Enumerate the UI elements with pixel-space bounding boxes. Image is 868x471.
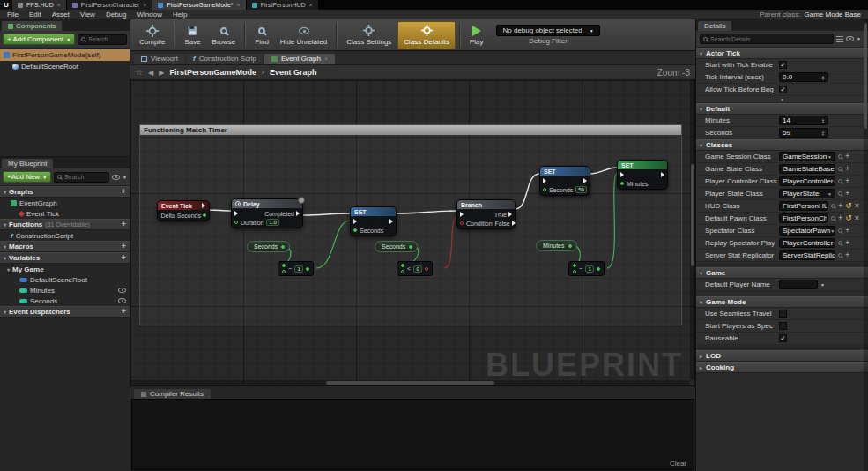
breadcrumb-root[interactable]: FirstPersonGameMode <box>169 68 256 77</box>
node-event-tick[interactable]: Event Tick Delta Seconds <box>157 200 210 221</box>
exec-out-pin[interactable] <box>583 178 587 183</box>
int-in-pin[interactable] <box>401 264 404 267</box>
section-functions[interactable]: ▾ Functions (31 Overridable) + <box>0 219 130 230</box>
int-out-pin[interactable] <box>409 245 412 249</box>
list-options-icon[interactable] <box>836 36 843 42</box>
tab-viewport[interactable]: Viewport <box>134 54 185 64</box>
details-search-input[interactable] <box>710 36 830 42</box>
variable-item-minutes[interactable]: Minutes <box>0 285 130 295</box>
int-in-pin[interactable] <box>620 182 624 185</box>
class-dropdown[interactable]: PlayerState▼ <box>779 189 835 198</box>
nav-forward-icon[interactable]: ▶ <box>159 69 164 77</box>
window-tab-fps-hud[interactable]: FPS.HUD × <box>12 0 67 10</box>
visibility-eye-icon[interactable] <box>118 298 126 303</box>
int-out-pin[interactable] <box>306 267 309 271</box>
browse-icon[interactable] <box>838 179 842 183</box>
section-cooking[interactable]: ▸ Cooking <box>696 362 868 373</box>
int-in-pin[interactable] <box>353 228 357 232</box>
tab-construction-script[interactable]: f Construction Scrip <box>186 54 263 64</box>
menu-edit[interactable]: Edit <box>24 11 47 19</box>
menu-debug[interactable]: Debug <box>100 11 132 19</box>
add-icon[interactable]: + <box>122 221 126 228</box>
clear-icon[interactable]: × <box>855 214 859 222</box>
exec-in-pin[interactable] <box>620 172 624 177</box>
bool-out-pin[interactable] <box>425 267 428 271</box>
exec-out-pin[interactable] <box>202 203 205 208</box>
spinner-icon[interactable]: ▲▼ <box>821 131 825 136</box>
menu-asset[interactable]: Asset <box>47 11 75 19</box>
graph-item-eventgraph[interactable]: EventGraph <box>0 198 130 208</box>
tab-my-blueprint[interactable]: My Blueprint <box>2 159 53 168</box>
menu-view[interactable]: View <box>75 11 100 19</box>
reset-to-default-icon[interactable]: ↺ <box>845 202 852 210</box>
spinner-icon[interactable]: ▲▼ <box>821 75 825 80</box>
menu-help[interactable]: Help <box>167 11 192 19</box>
graph-horizontal-scrollbar[interactable] <box>130 380 690 385</box>
bool-in-pin[interactable] <box>460 221 464 225</box>
find-button[interactable]: Find <box>249 21 274 49</box>
section-macros[interactable]: ▾ Macros + <box>0 241 130 252</box>
comment-title[interactable]: Functioning Match Timer <box>140 125 681 135</box>
clear-icon[interactable]: × <box>855 202 859 210</box>
tab-event-graph[interactable]: Event Graph × <box>264 54 335 64</box>
tab-compiler-results[interactable]: Compiler Results <box>134 389 211 399</box>
operand-field[interactable]: 1 <box>294 265 303 273</box>
add-icon[interactable]: + <box>845 239 849 247</box>
exec-out-pin[interactable] <box>296 211 300 216</box>
view-options-icon[interactable] <box>112 175 120 180</box>
section-variables[interactable]: ▾ Variables + <box>0 252 130 264</box>
operand-field[interactable]: 1 <box>585 265 594 273</box>
section-game-mode[interactable]: ▾ Game Mode <box>696 296 868 308</box>
doc-tab-firstpersonhud[interactable]: FirstPersonHUD × <box>247 0 319 10</box>
text-field[interactable] <box>779 280 818 289</box>
debug-object-dropdown[interactable]: No debug object selected ▼ <box>496 25 599 36</box>
close-icon[interactable]: × <box>237 2 241 8</box>
close-icon[interactable]: × <box>309 2 313 8</box>
int-in-pin[interactable] <box>543 188 546 191</box>
close-icon[interactable]: × <box>143 2 146 8</box>
duration-value-field[interactable]: 1.0 <box>266 219 278 226</box>
exec-out-pin[interactable] <box>508 212 512 217</box>
float-out-pin[interactable] <box>203 213 206 217</box>
node-set-minutes[interactable]: SET Minutes <box>617 160 668 190</box>
add-icon[interactable]: + <box>845 190 849 198</box>
value-field[interactable]: 59 <box>575 186 587 193</box>
exec-in-pin[interactable] <box>460 212 464 217</box>
add-icon[interactable]: + <box>122 243 126 250</box>
int-in-pin[interactable] <box>282 264 286 267</box>
number-field[interactable]: 59 ▲▼ <box>779 128 828 138</box>
visibility-eye-icon[interactable] <box>118 288 126 293</box>
section-lod[interactable]: ▸ LOD <box>696 350 868 362</box>
class-dropdown[interactable]: SpectatorPawn▼ <box>779 226 835 236</box>
tab-components[interactable]: Components <box>2 21 62 31</box>
chevron-down-icon[interactable]: ▼ <box>820 282 825 288</box>
browse-button[interactable]: Browse <box>207 21 241 49</box>
component-row-defaultsceneroot[interactable]: DefaultSceneRoot <box>0 61 130 72</box>
float-in-pin[interactable] <box>234 221 238 224</box>
breadcrumb-current[interactable]: Event Graph <box>270 68 317 77</box>
exec-out-pin[interactable] <box>389 219 393 224</box>
add-icon[interactable]: + <box>122 188 126 196</box>
int-in-pin[interactable] <box>401 270 404 273</box>
clear-button[interactable]: Clear <box>670 460 686 467</box>
comment-box[interactable]: Functioning Match Timer <box>139 124 682 325</box>
checkbox[interactable] <box>779 310 787 318</box>
menu-window[interactable]: Window <box>131 11 167 19</box>
node-delay[interactable]: Delay Completed Duration <box>231 198 303 228</box>
exec-in-pin[interactable] <box>543 178 546 183</box>
number-field[interactable]: 0.0 ▲▼ <box>779 72 828 82</box>
checkbox[interactable]: ✓ <box>779 86 787 93</box>
event-graph-canvas[interactable]: BLUEPRINT Functioning Match Timer <box>130 80 695 385</box>
exec-out-pin[interactable] <box>661 172 664 177</box>
exec-in-pin[interactable] <box>353 219 357 224</box>
add-new-button[interactable]: +Add New ▼ <box>3 171 51 183</box>
checkbox[interactable]: ✓ <box>779 61 787 69</box>
class-defaults-button[interactable]: Class Defaults <box>397 21 456 49</box>
chevron-down-icon[interactable]: ▼ <box>122 175 127 180</box>
node-branch[interactable]: Branch True Condition <box>456 199 516 229</box>
compile-button[interactable]: Compile <box>134 21 170 49</box>
reset-to-default-icon[interactable]: ↺ <box>845 214 852 222</box>
browse-icon[interactable] <box>838 191 842 196</box>
browse-icon[interactable] <box>831 216 835 221</box>
doc-tab-firstpersongamemode[interactable]: FirstPersonGameMode* × <box>152 0 246 10</box>
